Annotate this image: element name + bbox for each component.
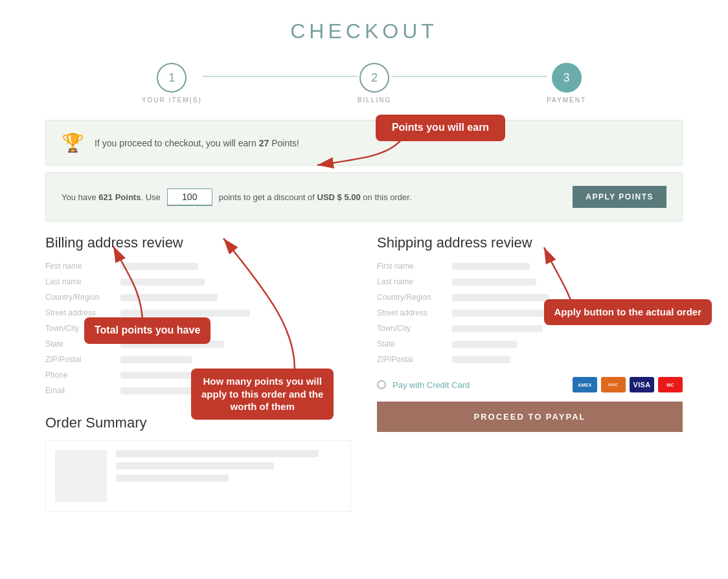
shipping-address-rows: First name Last name Country/Region Stre…: [377, 262, 683, 364]
pay-credit-row: Pay with Credit Card AMEX DISC VISA MC: [377, 377, 683, 392]
points-earn-text: If you proceed to checkout, you will ear…: [95, 138, 299, 148]
mastercard-icon: MC: [658, 377, 683, 392]
step-1-circle: 1: [157, 63, 187, 93]
card-icons: AMEX DISC VISA MC: [573, 377, 683, 392]
billing-title: Billing address review: [45, 234, 351, 251]
order-summary-box: [45, 440, 351, 512]
points-input[interactable]: [167, 188, 212, 206]
step-1-label: YOUR ITEM(S): [142, 96, 202, 104]
points-discount-text: points to get a discount of USD $ 5.00 o…: [219, 192, 412, 202]
page-title: CHECKOUT: [0, 0, 728, 56]
checkout-stepper: 1 YOUR ITEM(S) 2 BILLING 3 PAYMENT: [0, 56, 728, 120]
visa-icon: VISA: [630, 377, 654, 392]
step-2-circle: 2: [359, 63, 389, 93]
step-line-1: [202, 76, 358, 77]
radio-credit-card[interactable]: [377, 380, 386, 389]
apply-points-button[interactable]: APPLY POINTS: [573, 186, 666, 208]
left-column: Billing address review First name Last n…: [45, 234, 351, 512]
step-line-2: [391, 76, 547, 77]
shipping-title: Shipping address review: [377, 234, 683, 251]
discover-icon: DISC: [601, 377, 626, 392]
amex-icon: AMEX: [573, 377, 597, 392]
step-2-label: BILLING: [358, 96, 391, 104]
trophy-icon: 🏆: [62, 132, 84, 153]
main-content: Billing address review First name Last n…: [45, 234, 683, 512]
points-use-text: You have 621 Points. Use: [62, 192, 161, 202]
points-earn-banner: 🏆 If you proceed to checkout, you will e…: [45, 120, 683, 166]
step-1: 1 YOUR ITEM(S): [142, 63, 202, 104]
right-column: Shipping address review First name Last …: [377, 234, 683, 512]
step-2: 2 BILLING: [358, 63, 391, 104]
step-3: 3 PAYMENT: [547, 63, 586, 104]
billing-address-rows: First name Last name Country/Region Stre…: [45, 262, 351, 395]
order-summary-title: Order Summary: [45, 414, 351, 431]
pay-credit-label: Pay with Credit Card: [392, 380, 470, 390]
step-3-circle: 3: [552, 63, 582, 93]
points-use-bar: You have 621 Points. Use points to get a…: [45, 172, 683, 221]
order-image: [55, 450, 107, 502]
proceed-to-paypal-button[interactable]: PROCEED TO PAYPAL: [377, 402, 683, 432]
step-3-label: PAYMENT: [547, 96, 586, 104]
order-lines: [116, 450, 341, 487]
